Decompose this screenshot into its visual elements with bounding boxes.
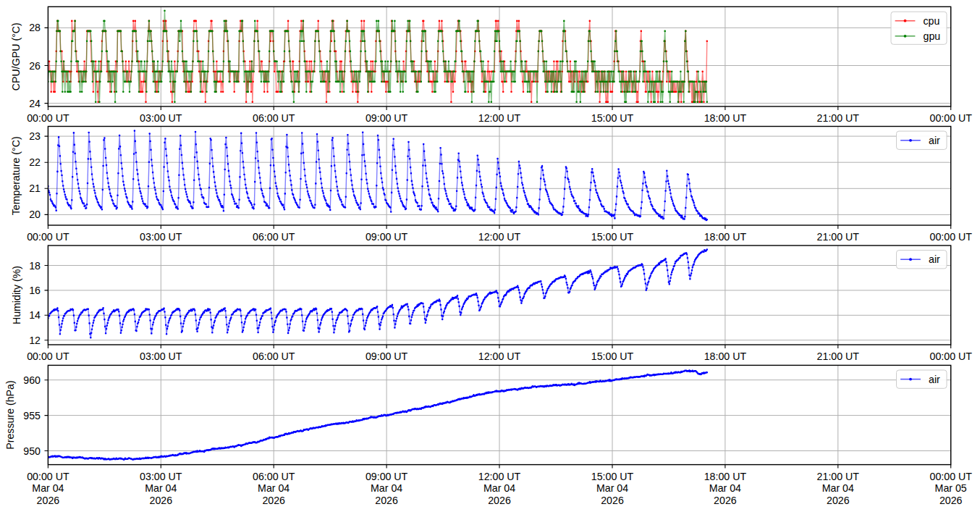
svg-text:06:00 UT: 06:00 UT <box>253 471 295 482</box>
svg-text:21:00 UT: 21:00 UT <box>817 112 860 124</box>
svg-text:00:00 UT: 00:00 UT <box>930 351 973 362</box>
svg-text:15:00 UT: 15:00 UT <box>591 351 634 362</box>
svg-text:15:00 UT: 15:00 UT <box>591 112 634 124</box>
svg-text:2026: 2026 <box>601 495 624 506</box>
svg-text:12:00 UT: 12:00 UT <box>478 351 521 362</box>
svg-text:Mar 04: Mar 04 <box>483 482 515 494</box>
svg-text:06:00 UT: 06:00 UT <box>253 112 295 124</box>
svg-text:2026: 2026 <box>827 495 850 506</box>
svg-text:955: 955 <box>23 410 41 421</box>
svg-text:Mar 04: Mar 04 <box>709 482 741 494</box>
svg-text:12:00 UT: 12:00 UT <box>478 112 521 124</box>
svg-text:gpu: gpu <box>924 30 941 42</box>
svg-text:2026: 2026 <box>262 495 285 506</box>
svg-text:00:00 UT: 00:00 UT <box>27 231 69 243</box>
svg-text:Mar 04: Mar 04 <box>596 482 628 494</box>
svg-text:air: air <box>929 253 940 265</box>
svg-text:Mar 05: Mar 05 <box>935 482 967 494</box>
svg-text:air: air <box>929 135 940 146</box>
svg-text:cpu: cpu <box>924 15 940 27</box>
svg-text:28: 28 <box>29 22 41 33</box>
svg-text:16: 16 <box>29 285 41 296</box>
svg-text:20: 20 <box>29 209 41 220</box>
svg-text:23: 23 <box>29 130 41 142</box>
svg-text:12: 12 <box>29 335 41 346</box>
svg-text:24: 24 <box>29 98 41 109</box>
svg-text:00:00 UT: 00:00 UT <box>930 471 973 482</box>
svg-text:06:00 UT: 06:00 UT <box>253 351 295 362</box>
svg-text:12:00 UT: 12:00 UT <box>478 471 521 482</box>
svg-text:Pressure (hPa): Pressure (hPa) <box>4 380 16 449</box>
svg-text:2026: 2026 <box>375 495 398 506</box>
svg-text:18:00 UT: 18:00 UT <box>704 112 747 124</box>
svg-text:960: 960 <box>23 374 41 386</box>
svg-text:21: 21 <box>29 182 41 194</box>
svg-text:09:00 UT: 09:00 UT <box>366 231 408 243</box>
svg-text:air: air <box>929 374 940 385</box>
svg-text:18:00 UT: 18:00 UT <box>704 351 747 362</box>
svg-text:CPU/GPU (°C): CPU/GPU (°C) <box>10 22 22 91</box>
svg-text:12:00 UT: 12:00 UT <box>478 231 521 243</box>
svg-text:21:00 UT: 21:00 UT <box>817 471 860 482</box>
svg-text:00:00 UT: 00:00 UT <box>27 112 69 124</box>
svg-text:15:00 UT: 15:00 UT <box>591 231 634 243</box>
svg-text:03:00 UT: 03:00 UT <box>140 231 182 243</box>
svg-text:Mar 04: Mar 04 <box>32 482 64 494</box>
svg-text:2026: 2026 <box>37 495 60 506</box>
svg-text:09:00 UT: 09:00 UT <box>366 112 408 124</box>
svg-text:18:00 UT: 18:00 UT <box>704 231 747 243</box>
svg-text:09:00 UT: 09:00 UT <box>366 471 408 482</box>
svg-text:18:00 UT: 18:00 UT <box>704 471 747 482</box>
svg-text:22: 22 <box>29 156 41 168</box>
svg-text:00:00 UT: 00:00 UT <box>930 112 973 124</box>
svg-text:03:00 UT: 03:00 UT <box>140 351 182 362</box>
svg-text:Mar 04: Mar 04 <box>371 482 402 494</box>
svg-text:Temperature (°C): Temperature (°C) <box>10 136 22 215</box>
svg-text:Mar 04: Mar 04 <box>822 482 854 494</box>
svg-text:00:00 UT: 00:00 UT <box>27 351 69 362</box>
svg-text:06:00 UT: 06:00 UT <box>253 231 295 243</box>
svg-text:26: 26 <box>29 60 41 72</box>
svg-text:21:00 UT: 21:00 UT <box>817 351 860 362</box>
svg-text:18: 18 <box>29 260 41 272</box>
svg-text:2026: 2026 <box>714 495 737 506</box>
svg-text:14: 14 <box>29 309 41 321</box>
svg-text:21:00 UT: 21:00 UT <box>817 231 860 243</box>
svg-text:2026: 2026 <box>150 495 173 506</box>
svg-text:09:00 UT: 09:00 UT <box>366 351 408 362</box>
svg-text:2026: 2026 <box>939 495 963 506</box>
svg-text:15:00 UT: 15:00 UT <box>591 471 634 482</box>
svg-text:2026: 2026 <box>488 495 511 506</box>
svg-text:00:00 UT: 00:00 UT <box>930 231 973 243</box>
svg-text:Mar 04: Mar 04 <box>258 482 290 494</box>
svg-text:00:00 UT: 00:00 UT <box>27 471 69 482</box>
svg-text:03:00 UT: 03:00 UT <box>140 471 182 482</box>
svg-text:03:00 UT: 03:00 UT <box>140 112 182 124</box>
svg-text:Mar 04: Mar 04 <box>145 482 177 494</box>
svg-text:950: 950 <box>23 445 41 457</box>
svg-text:Humidity (%): Humidity (%) <box>11 266 22 324</box>
